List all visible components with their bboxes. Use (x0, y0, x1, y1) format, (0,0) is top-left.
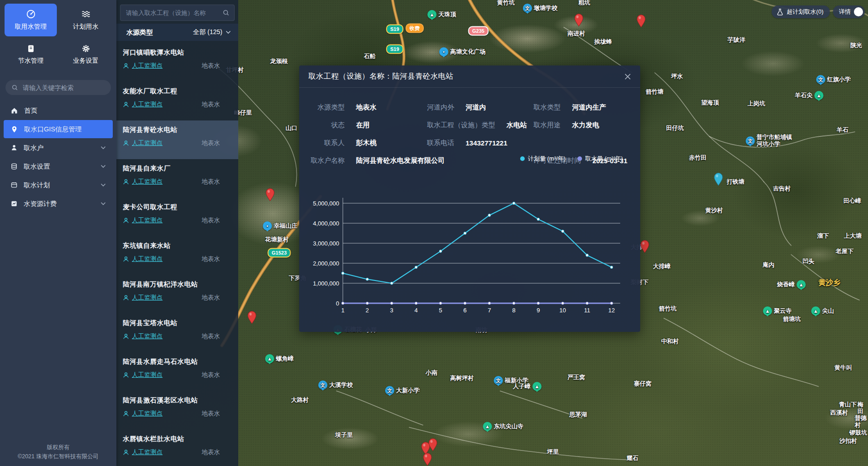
sidebar-item-取水设置[interactable]: 取水设置 (4, 157, 113, 175)
station-name: 水唇镇水栏肚水电站 (123, 435, 232, 443)
station-list-item[interactable]: 麦卡公司取水工程人工监测点地表水 (116, 198, 238, 236)
map-label: 赤竹田 (689, 155, 707, 161)
road-badge: S19 (386, 45, 403, 54)
road-badge: S19 (386, 25, 403, 34)
red-map-pin[interactable] (247, 311, 257, 324)
menu-label: 取水设置 (24, 162, 50, 171)
red-map-pin[interactable] (574, 13, 584, 27)
chevron-down-icon (100, 146, 106, 150)
map-label: 箭竹塘 (646, 89, 663, 95)
detail-toggle[interactable]: 详情 (833, 5, 865, 18)
svg-text:5: 5 (439, 307, 442, 314)
home-icon (10, 107, 18, 115)
svg-text:1: 1 (341, 307, 344, 314)
app-tile-业务设置[interactable]: 业务设置 (60, 38, 112, 71)
toggle-knob[interactable] (854, 7, 863, 16)
map-label: 望海顶 (701, 100, 719, 106)
station-list-item[interactable]: 陆河县激石溪老区水电站人工监测点地表水 (116, 391, 238, 430)
monitor-point-link[interactable]: 人工监测点 (123, 448, 163, 456)
map-label: 田心嶂 (843, 198, 861, 205)
sidebar-item-取水口GIS信息管理[interactable]: 取水口GIS信息管理 (4, 120, 113, 138)
station-list-item[interactable]: 陆河县自来水厂人工监测点地表水 (116, 159, 238, 198)
svg-text:9: 9 (537, 307, 540, 314)
app-tile-取用水管理[interactable]: 取用水管理 (5, 4, 57, 36)
station-name: 麦卡公司取水工程 (123, 203, 232, 211)
water-source-fil ter-bar[interactable]: 水源类型 全部 (125) (116, 24, 238, 41)
search-icon (11, 84, 18, 91)
monitor-point-link[interactable]: 人工监测点 (123, 62, 163, 70)
map-label: 锣鼓坑 (849, 430, 867, 436)
monitor-point-link[interactable]: 人工监测点 (123, 255, 163, 263)
station-list-item[interactable]: 水唇镇水栏肚水电站人工监测点地表水 (116, 430, 238, 466)
map-label: 陕光 (850, 42, 862, 49)
svg-text:2,000,000: 2,000,000 (313, 260, 339, 267)
chevron-down-icon[interactable] (226, 30, 231, 34)
school-poi-icon: 文 (816, 75, 825, 84)
red-map-pin[interactable] (640, 240, 650, 253)
station-list-item[interactable]: 陆河县青砼水电站人工监测点地表水 (116, 120, 238, 159)
station-name: 东坑镇自来水站 (123, 241, 232, 250)
user-icon (10, 144, 18, 151)
station-list-item[interactable]: 河口镇唱歌潭水电站人工监测点地表水 (116, 43, 238, 82)
school-poi-icon: 文 (385, 386, 394, 395)
database-icon (10, 163, 18, 170)
station-list-item[interactable]: 陆河县宝塔水电站人工监测点地表水 (116, 314, 238, 352)
copyright: 版权所有 ©2021 珠海市仁智科技有限公司 (0, 443, 116, 461)
map-label: 文普宁市船埔镇 河坑小学 (746, 134, 792, 148)
gauge-icon (26, 9, 36, 19)
app-tile-计划用水[interactable]: 计划用水 (60, 4, 112, 36)
monitor-point-link[interactable]: 人工监测点 (123, 139, 163, 147)
teal-map-pin[interactable] (713, 172, 723, 186)
red-map-pin[interactable] (422, 452, 432, 466)
menu-label: 取水口GIS信息管理 (24, 125, 81, 134)
map-label: 坪里 (547, 449, 559, 456)
sidebar-search-input[interactable] (22, 84, 106, 92)
svg-text:12: 12 (608, 307, 615, 314)
person-icon (123, 449, 129, 456)
search-icon[interactable] (222, 9, 230, 16)
app-tile-节水管理[interactable]: 节水管理 (5, 38, 57, 71)
map-label: 思茅湖 (569, 411, 587, 418)
monitor-point-link[interactable]: 人工监测点 (123, 100, 163, 109)
monitor-point-link[interactable]: 人工监测点 (123, 216, 163, 225)
map-label: 羊石尖▲ (795, 91, 823, 100)
map-label: 山口 (286, 125, 297, 132)
red-map-pin[interactable] (428, 438, 438, 451)
station-list-item[interactable]: 友能水厂取水工程人工监测点地表水 (116, 82, 238, 120)
location-pin-icon (10, 125, 18, 133)
monitor-point-link[interactable]: 人工监测点 (123, 178, 163, 186)
station-list[interactable]: 河口镇唱歌潭水电站人工监测点地表水友能水厂取水工程人工监测点地表水陆河县青砼水电… (116, 43, 238, 466)
water-type: 地表水 (202, 332, 232, 341)
sidebar-item-首页[interactable]: 首页 (4, 101, 113, 120)
map-label: 黄竹坑 (497, 0, 515, 6)
overplan-alarm-button[interactable]: 超计划取水(0) (772, 5, 830, 18)
map-label: 黄沙乡 (818, 279, 840, 287)
red-map-pin[interactable] (636, 14, 646, 28)
sidebar-item-取水户[interactable]: 取水户 (4, 139, 113, 157)
water-type: 地表水 (202, 216, 232, 225)
station-name: 陆河县自来水厂 (123, 164, 232, 173)
water-type: 地表水 (202, 139, 232, 147)
red-map-pin[interactable] (265, 188, 275, 201)
map-label: ▲聚云寺 (763, 306, 792, 316)
svg-text:0: 0 (336, 300, 339, 307)
monitor-point-link[interactable]: 人工监测点 (123, 294, 163, 302)
map-label: 西溪村 (830, 410, 848, 416)
station-list-item[interactable]: 东坑镇自来水站人工监测点地表水 (116, 236, 238, 275)
station-list-item[interactable]: 陆河县南万镇杞洋水电站人工监测点地表水 (116, 275, 238, 314)
school-poi-icon: 文 (746, 136, 755, 145)
map-label: 田仔坑 (666, 125, 684, 132)
map-label: 大排嶂 (653, 263, 671, 270)
map-label: 黄沙村 (705, 207, 723, 214)
svg-text:5,000,000: 5,000,000 (313, 200, 339, 207)
map-label: 青山下 (839, 401, 857, 408)
station-list-item[interactable]: 陆河县水唇走马石水电站人工监测点地表水 (116, 352, 238, 391)
svg-text:7: 7 (488, 307, 491, 314)
sidebar-item-取水计划[interactable]: 取水计划 (4, 176, 113, 194)
sidebar-item-水资源计费[interactable]: 水资源计费 (4, 195, 113, 213)
station-search-input[interactable] (125, 9, 222, 17)
monitor-point-link[interactable]: 人工监测点 (123, 371, 163, 379)
monitor-point-link[interactable]: 人工监测点 (123, 332, 163, 341)
monitor-point-link[interactable]: 人工监测点 (123, 410, 163, 418)
map-label: 文大溪学校 (318, 381, 353, 390)
